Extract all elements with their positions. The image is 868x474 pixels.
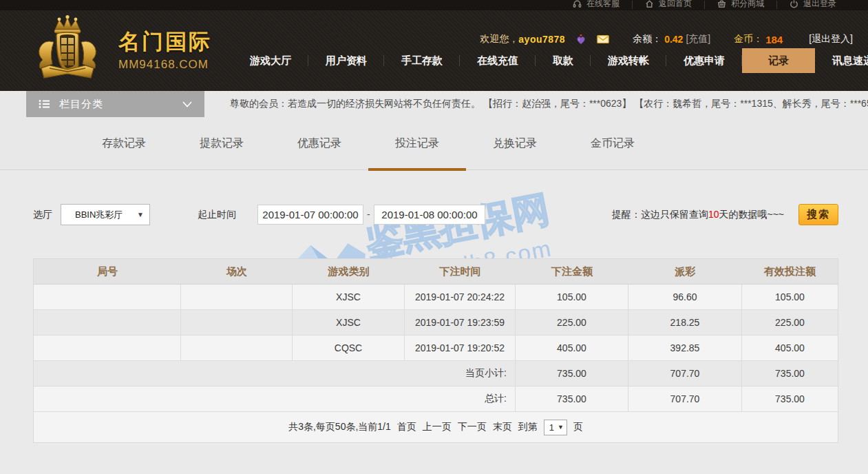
subtotal-row: 当页小计: 735.00 707.70 735.00 [34, 361, 838, 387]
content-area: 鉴黑担保网 www.jhdb8.com 选厅 BBIN兆彩厅 ▼ 起止时间 20… [0, 171, 868, 474]
online-service-label: 在线客服 [586, 0, 620, 10]
site-name: 名门国际 [118, 28, 212, 56]
start-time-input[interactable]: 2019-01-07 00:00:00 [257, 205, 363, 225]
nav-promo-apply[interactable]: 优惠申请 [666, 48, 742, 73]
cell-bet-time: 2019-01-07 19:23:59 [405, 310, 516, 336]
nav-game-hall[interactable]: 游戏大厅 [233, 48, 308, 73]
tab-bet-records[interactable]: 投注记录 [368, 117, 466, 170]
brand-logo[interactable]: 名门国际 MM94168.COM [29, 14, 212, 85]
cell-session [181, 310, 293, 336]
cell-bet-amount: 405.00 [516, 336, 628, 361]
cell-game-type: CQSC [293, 336, 405, 361]
pagination-first[interactable]: 首页 [397, 421, 416, 433]
pagination-prev[interactable]: 上一页 [423, 421, 452, 433]
reminder-text: 提醒：这边只保留查询10天的数据哦~~~ [612, 209, 784, 221]
pagination-goto-suffix: 页 [573, 421, 583, 433]
online-service-link[interactable]: 在线客服 [560, 0, 632, 10]
chevron-down-icon [182, 101, 192, 107]
hall-select-value: BBIN兆彩厅 [75, 209, 123, 221]
reminder-prefix: 提醒：这边只保留查询 [612, 209, 708, 220]
tab-deposit-records[interactable]: 存款记录 [75, 117, 173, 170]
nav-withdraw[interactable]: 取款 [536, 48, 591, 73]
pagination-row: 共3条,每页50条,当前1/1 首页 上一页 下一页 末页 到第 1 ▼ 页 [34, 412, 838, 442]
cell-payout: 96.60 [628, 285, 742, 310]
cell-game-type: XJSC [293, 285, 405, 310]
category-dropdown[interactable]: 栏目分类 [26, 91, 204, 117]
nav-user-profile[interactable]: 用户资料 [308, 48, 384, 73]
page-number-select[interactable]: 1 ▼ [544, 420, 567, 435]
time-range-separator: - [367, 209, 370, 220]
table-row: XJSC 2019-01-07 19:23:59 225.00 218.25 2… [34, 310, 838, 336]
table-row: XJSC 2019-01-07 20:24:22 105.00 96.60 10… [34, 285, 838, 310]
tab-label: 优惠记录 [297, 136, 341, 151]
user-info-row: 欢迎您， ayou7878 余额： 0.42 [充值] 金币： 184 [退出登… [480, 33, 853, 45]
tab-coin-records[interactable]: 金币记录 [564, 117, 661, 170]
message-envelope-icon[interactable] [597, 33, 609, 45]
back-home-label: 返回首页 [659, 0, 692, 10]
logout-link-top[interactable]: 退出登录 [777, 0, 849, 10]
tab-label: 兑换记录 [493, 136, 537, 151]
tab-label: 存款记录 [102, 136, 146, 151]
end-time-input[interactable]: 2019-01-08 00:00:00 [374, 205, 485, 225]
tab-withdraw-records[interactable]: 提款记录 [173, 117, 271, 170]
username: ayou7878 [518, 34, 565, 45]
filter-row: 选厅 BBIN兆彩厅 ▼ 起止时间 2019-01-07 00:00:00 - … [0, 204, 868, 226]
balance-label: 余额： [633, 33, 661, 45]
cell-valid-bet: 225.00 [742, 310, 838, 336]
col-header-bet-amount: 下注金额 [516, 259, 628, 285]
nav-label: 手工存款 [401, 54, 443, 68]
cell-valid-bet: 105.00 [742, 285, 838, 310]
pagination-next[interactable]: 下一页 [458, 421, 487, 433]
headset-icon [573, 0, 582, 8]
record-tab-bar: 存款记录 提款记录 优惠记录 投注记录 兑换记录 金币记录 [0, 117, 868, 170]
cell-game-type: XJSC [293, 310, 405, 336]
pagination-last[interactable]: 末页 [493, 421, 512, 433]
cell-round [34, 310, 181, 336]
nav-online-recharge[interactable]: 在线充值 [460, 48, 536, 73]
nav-records[interactable]: 记录 [742, 48, 815, 73]
cell-payout: 218.25 [628, 310, 742, 336]
search-button-label: 搜索 [807, 208, 830, 221]
top-utility-bar: 在线客服 返回首页 积分商城 退出登录 [0, 0, 868, 10]
tab-label: 提款记录 [200, 136, 244, 151]
hall-select[interactable]: BBIN兆彩厅 ▼ [61, 204, 150, 225]
announcement-text: 尊敬的会员：若造成一切的经济损失网站将不负任何责任。 【招行：赵治强，尾号：**… [230, 98, 868, 110]
col-header-bet-time: 下注时间 [405, 259, 516, 285]
cell-session [181, 336, 293, 361]
total-label: 总计: [34, 387, 516, 412]
total-row: 总计: 735.00 707.70 735.00 [34, 387, 838, 412]
page: 在线客服 返回首页 积分商城 退出登录 [0, 0, 868, 474]
back-home-link[interactable]: 返回首页 [633, 0, 704, 10]
home-icon [645, 0, 654, 8]
nav-messages[interactable]: 讯息速递 [815, 48, 868, 73]
subtotal-bet-amount: 735.00 [516, 361, 628, 387]
cart-icon [717, 0, 726, 8]
tab-exchange-records[interactable]: 兑换记录 [466, 117, 564, 170]
nav-label: 游戏转帐 [608, 54, 649, 68]
table-header-row: 局号 场次 游戏类别 下注时间 下注金额 派彩 有效投注额 [34, 259, 838, 285]
category-label: 栏目分类 [59, 98, 103, 111]
vip-level-icon [575, 33, 587, 45]
nav-manual-deposit[interactable]: 手工存款 [384, 48, 460, 73]
points-mall-link[interactable]: 积分商城 [705, 0, 776, 10]
search-button[interactable]: 搜索 [798, 204, 838, 225]
tab-promo-records[interactable]: 优惠记录 [271, 117, 368, 170]
col-header-round: 局号 [34, 259, 181, 285]
pagination-goto-prefix: 到第 [518, 421, 538, 433]
cell-payout: 392.85 [628, 336, 742, 361]
brand-text: 名门国际 MM94168.COM [118, 28, 212, 72]
reminder-suffix: 天的数据哦~~~ [719, 209, 784, 220]
announcement-bar: 尊敬的会员：若造成一切的经济损失网站将不负任何责任。 【招行：赵治强，尾号：**… [222, 91, 868, 117]
cell-bet-time: 2019-01-07 20:24:22 [405, 285, 516, 310]
col-header-session: 场次 [181, 259, 293, 285]
col-header-payout: 派彩 [628, 259, 742, 285]
cell-valid-bet: 405.00 [742, 336, 838, 361]
points-mall-label: 积分商城 [731, 0, 764, 10]
logout-link[interactable]: [退出登入] [809, 33, 853, 45]
nav-game-transfer[interactable]: 游戏转帐 [591, 48, 666, 73]
tab-label: 投注记录 [395, 136, 439, 151]
subtotal-payout: 707.70 [628, 361, 742, 387]
recharge-link[interactable]: [充值] [686, 33, 710, 45]
cell-round [34, 336, 181, 361]
subtotal-label: 当页小计: [34, 361, 516, 387]
